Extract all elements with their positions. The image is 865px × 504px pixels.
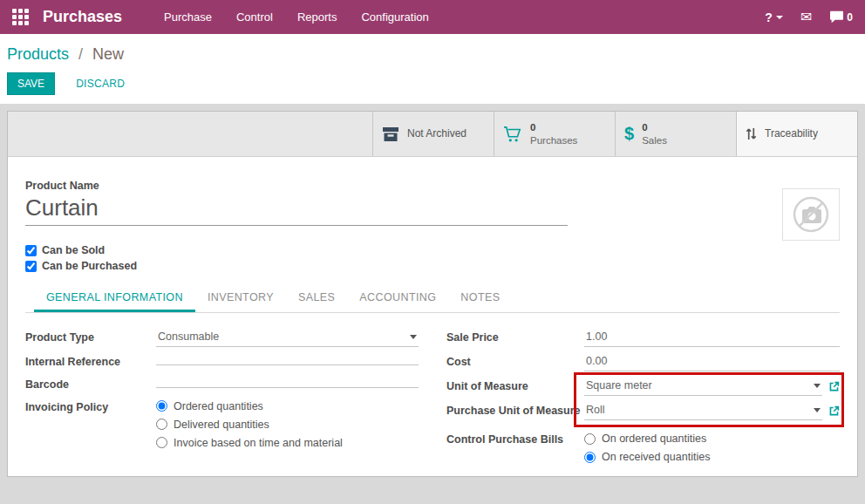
can-be-sold-checkbox[interactable]: [25, 245, 37, 256]
barcode-input[interactable]: [156, 376, 419, 388]
archive-icon: [382, 126, 399, 142]
radio-on-received-label: On received quantities: [602, 451, 710, 463]
barcode-label: Barcode: [25, 376, 156, 392]
purchase-uom-external-link-icon[interactable]: [828, 405, 840, 417]
stat-archived-label: Not Archived: [407, 127, 467, 141]
uom-select[interactable]: Square meter: [584, 378, 822, 396]
cost-row: Cost 0.00: [446, 353, 840, 371]
tab-accounting[interactable]: ACCOUNTING: [347, 284, 448, 312]
can-be-sold-row: Can be Sold: [25, 244, 840, 256]
uom-row: Unit of Measure Square meter: [446, 378, 840, 396]
can-be-purchased-checkbox[interactable]: [25, 261, 37, 272]
product-name-label: Product Name: [25, 180, 840, 192]
sale-price-row: Sale Price 1.00: [446, 329, 840, 347]
purchase-uom-row: Purchase Unit of Measure Roll: [446, 402, 840, 420]
chat-bubble-icon: [829, 10, 844, 24]
stat-sales-label: Sales: [642, 134, 667, 147]
dollar-icon: $: [624, 124, 634, 144]
breadcrumb-current: New: [92, 45, 124, 63]
cost-input[interactable]: 0.00: [584, 353, 840, 371]
traceability-arrows-icon: [746, 126, 757, 141]
content-area: Not Archived 0 Purchases $ 0 Sales: [0, 104, 865, 504]
help-icon: ?: [765, 10, 773, 24]
tab-general-information[interactable]: GENERAL INFORMATION: [34, 284, 195, 312]
fields-right-column: Sale Price 1.00 Cost 0.00: [446, 329, 840, 469]
sheet-body: Product Name Can be Sold: [8, 157, 857, 469]
radio-delivered-quantities-label: Delivered quantities: [174, 419, 269, 431]
radio-delivered-quantities-input[interactable]: [156, 419, 167, 430]
menu-purchase[interactable]: Purchase: [164, 10, 212, 24]
product-name-input[interactable]: [25, 192, 568, 226]
radio-time-material-input[interactable]: [156, 437, 167, 448]
tab-notes[interactable]: NOTES: [448, 284, 512, 312]
internal-reference-label: Internal Reference: [25, 353, 156, 370]
app-title: Purchases: [43, 8, 122, 26]
breadcrumb: Products / New: [0, 34, 865, 65]
messages-icon[interactable]: ✉: [800, 9, 812, 25]
stat-sales-value: 0: [642, 121, 667, 134]
radio-on-received-input[interactable]: [584, 452, 596, 463]
no-camera-icon: [790, 194, 832, 235]
name-row: [25, 192, 840, 241]
stat-sales-button[interactable]: $ 0 Sales: [615, 112, 736, 156]
product-type-select[interactable]: Consumable: [156, 329, 419, 347]
apps-menu-icon[interactable]: [12, 9, 29, 25]
radio-on-ordered-input[interactable]: [584, 433, 596, 445]
fields-left-column: Product Type Consumable Internal Referen…: [25, 329, 419, 469]
product-type-value: Consumable: [158, 330, 219, 343]
product-image-placeholder[interactable]: [782, 188, 840, 241]
chevron-down-icon: [814, 384, 821, 388]
radio-on-ordered: On ordered quantities: [584, 432, 710, 445]
sale-price-label: Sale Price: [446, 329, 584, 345]
internal-reference-row: Internal Reference: [25, 353, 419, 370]
barcode-row: Barcode: [25, 376, 419, 392]
control-bills-row: Control Purchase Bills On ordered quanti…: [446, 431, 840, 463]
product-form-sheet: Not Archived 0 Purchases $ 0 Sales: [7, 111, 858, 477]
save-button[interactable]: SAVE: [7, 72, 55, 95]
chevron-down-icon: [410, 335, 417, 339]
product-type-label: Product Type: [25, 329, 156, 345]
stat-traceability-label: Traceability: [765, 127, 818, 141]
menu-reports[interactable]: Reports: [297, 10, 337, 24]
cost-label: Cost: [446, 353, 584, 370]
sale-price-value: 1.00: [586, 330, 607, 343]
uom-external-link-icon[interactable]: [828, 381, 840, 392]
breadcrumb-products[interactable]: Products: [7, 45, 69, 63]
breadcrumb-separator: /: [78, 45, 83, 63]
purchase-uom-value: Roll: [586, 404, 605, 416]
chat-count: 0: [847, 11, 853, 24]
menu-control[interactable]: Control: [236, 10, 273, 24]
notebook-tabs: GENERAL INFORMATION INVENTORY SALES ACCO…: [25, 284, 840, 313]
internal-reference-input[interactable]: [156, 353, 419, 365]
radio-delivered-quantities: Delivered quantities: [156, 419, 343, 431]
uom-label: Unit of Measure: [446, 378, 584, 394]
invoicing-policy-row: Invoicing Policy Ordered quantities Deli…: [25, 398, 419, 449]
top-navbar: Purchases Purchase Control Reports Confi…: [0, 0, 865, 34]
stat-button-box: Not Archived 0 Purchases $ 0 Sales: [8, 112, 857, 157]
control-bills-label: Control Purchase Bills: [446, 431, 584, 447]
tab-sales[interactable]: SALES: [286, 284, 347, 312]
help-menu[interactable]: ?: [765, 10, 783, 24]
tab-inventory[interactable]: INVENTORY: [195, 284, 286, 312]
stat-purchases-label: Purchases: [530, 134, 577, 147]
cart-icon: [503, 126, 522, 143]
product-type-row: Product Type Consumable: [25, 329, 419, 347]
discard-button[interactable]: DISCARD: [71, 77, 130, 91]
purchase-uom-label: Purchase Unit of Measure: [446, 402, 584, 419]
radio-ordered-quantities-label: Ordered quantities: [174, 400, 263, 412]
control-bills-group: On ordered quantities On received quanti…: [584, 431, 710, 463]
invoicing-policy-group: Ordered quantities Delivered quantities …: [156, 398, 343, 449]
stat-not-archived-button[interactable]: Not Archived: [372, 112, 494, 156]
menu-configuration[interactable]: Configuration: [361, 10, 428, 24]
stat-purchases-button[interactable]: 0 Purchases: [494, 112, 615, 156]
stat-traceability-button[interactable]: Traceability: [736, 112, 857, 156]
invoicing-policy-label: Invoicing Policy: [25, 398, 156, 415]
sale-price-input[interactable]: 1.00: [584, 329, 840, 347]
purchase-uom-select[interactable]: Roll: [584, 402, 822, 420]
can-be-purchased-label: Can be Purchased: [42, 260, 137, 272]
radio-ordered-quantities-input[interactable]: [156, 400, 167, 412]
radio-time-material: Invoice based on time and material: [156, 437, 343, 449]
systray: ? ✉ 0: [765, 9, 853, 25]
chat-menu[interactable]: 0: [829, 10, 853, 24]
can-be-purchased-row: Can be Purchased: [25, 260, 840, 272]
